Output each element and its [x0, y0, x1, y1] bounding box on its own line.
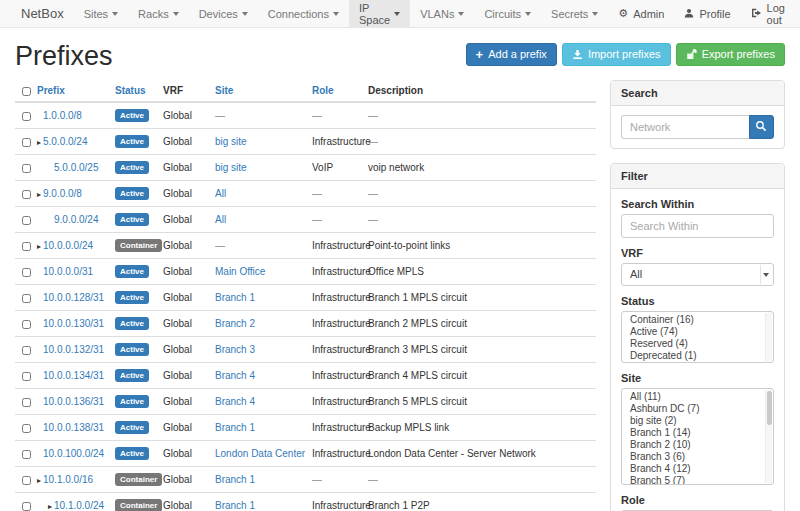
logout-link[interactable]: Log out — [741, 0, 795, 27]
prefix-link[interactable]: 10.0.0.130/31 — [43, 318, 104, 329]
empty-value: — — [368, 214, 378, 225]
prefix-link[interactable]: 10.1.0.0/24 — [54, 500, 104, 511]
select-option[interactable]: Branch 1 (14) — [622, 427, 773, 439]
netbox-brand[interactable]: NetBox — [15, 0, 74, 27]
nav-item-circuits[interactable]: Circuits — [474, 0, 541, 27]
select-divider — [760, 265, 761, 284]
row-checkbox[interactable] — [22, 424, 31, 433]
site-link[interactable]: Branch 4 — [215, 396, 255, 407]
site-link[interactable]: Main Office — [215, 266, 265, 277]
table-row: ▸5.0.0.0/24ActiveGlobalbig siteInfrastru… — [15, 129, 596, 155]
select-option[interactable]: Reserved (4) — [622, 338, 773, 350]
description-value: Backup MPLS link — [368, 422, 449, 433]
vrf-select[interactable]: All — [621, 263, 774, 286]
status-multiselect[interactable]: Container (16)Active (74)Reserved (4)Dep… — [621, 311, 774, 363]
nav-item-vlans[interactable]: VLANs — [410, 0, 474, 27]
description-value: Branch 1 P2P — [368, 500, 430, 511]
row-checkbox[interactable] — [22, 372, 31, 381]
admin-link[interactable]: ⚙ Admin — [608, 0, 674, 27]
select-option[interactable]: big site (2) — [622, 415, 773, 427]
prefix-link[interactable]: 9.0.0.0/8 — [43, 188, 82, 199]
nav-item-ip-space[interactable]: IP Space — [349, 0, 410, 27]
row-checkbox[interactable] — [22, 190, 31, 199]
row-checkbox[interactable] — [22, 398, 31, 407]
prefix-link[interactable]: 9.0.0.0/24 — [54, 214, 98, 225]
site-link[interactable]: All — [215, 214, 226, 225]
row-checkbox[interactable] — [22, 320, 31, 329]
row-checkbox[interactable] — [22, 450, 31, 459]
role-value: Infrastructure — [312, 500, 371, 511]
row-checkbox[interactable] — [22, 112, 31, 121]
status-badge: Active — [115, 213, 149, 226]
description-value: London Data Center - Server Network — [368, 448, 536, 459]
table-row: 10.0.0.138/31ActiveGlobalBranch 1Infrast… — [15, 415, 596, 441]
add-prefix-button[interactable]: + Add a prefix — [466, 43, 557, 66]
scrollbar-thumb[interactable] — [767, 391, 772, 425]
prefix-link[interactable]: 10.1.0.0/16 — [43, 474, 93, 485]
status-badge: Container — [115, 239, 162, 252]
row-checkbox[interactable] — [22, 164, 31, 173]
prefix-link[interactable]: 10.0.0.0/24 — [43, 240, 93, 251]
site-link[interactable]: Branch 1 — [215, 422, 255, 433]
select-option[interactable]: Deprecated (1) — [622, 350, 773, 362]
prefix-link[interactable]: 10.0.100.0/24 — [43, 448, 104, 459]
nav-item-racks[interactable]: Racks — [128, 0, 189, 27]
import-prefixes-button[interactable]: Import prefixes — [562, 43, 671, 66]
page-header: Prefixes + Add a prefix Import prefixes … — [0, 28, 800, 80]
site-link[interactable]: Branch 2 — [215, 318, 255, 329]
description-value: Branch 2 MPLS circuit — [368, 318, 467, 329]
select-option[interactable]: Active (74) — [622, 326, 773, 338]
row-checkbox[interactable] — [22, 502, 31, 511]
export-prefixes-button[interactable]: Export prefixes — [676, 43, 785, 66]
select-option[interactable]: Branch 5 (7) — [622, 475, 773, 485]
site-multiselect[interactable]: All (11)Ashburn DC (7)big site (2)Branch… — [621, 388, 774, 485]
search-input[interactable] — [621, 115, 749, 139]
row-checkbox[interactable] — [22, 476, 31, 485]
user-icon — [684, 8, 694, 20]
column-header-status[interactable]: Status — [107, 80, 155, 102]
row-checkbox[interactable] — [22, 242, 31, 251]
search-within-input[interactable] — [621, 214, 774, 238]
row-checkbox[interactable] — [22, 268, 31, 277]
search-button[interactable] — [749, 115, 774, 139]
select-option[interactable]: All (11) — [622, 391, 773, 403]
export-prefixes-label: Export prefixes — [702, 48, 775, 61]
site-link[interactable]: Branch 1 — [215, 474, 255, 485]
select-option[interactable]: Branch 4 (12) — [622, 463, 773, 475]
select-option[interactable]: Branch 2 (10) — [622, 439, 773, 451]
prefix-link[interactable]: 10.0.0.132/31 — [43, 344, 104, 355]
prefix-link[interactable]: 10.0.0.136/31 — [43, 396, 104, 407]
site-link[interactable]: big site — [215, 162, 247, 173]
column-header-site[interactable]: Site — [207, 80, 304, 102]
row-checkbox[interactable] — [22, 346, 31, 355]
profile-link[interactable]: Profile — [674, 0, 740, 27]
nav-item-devices[interactable]: Devices — [189, 0, 258, 27]
nav-item-sites[interactable]: Sites — [74, 0, 128, 27]
site-link[interactable]: London Data Center — [215, 448, 305, 459]
prefix-link[interactable]: 5.0.0.0/25 — [54, 162, 98, 173]
row-checkbox[interactable] — [22, 138, 31, 147]
row-checkbox[interactable] — [22, 216, 31, 225]
site-link[interactable]: All — [215, 188, 226, 199]
prefix-link[interactable]: 10.0.0.0/31 — [43, 266, 93, 277]
site-link[interactable]: Branch 3 — [215, 344, 255, 355]
nav-item-connections[interactable]: Connections — [258, 0, 349, 27]
select-option[interactable]: Ashburn DC (7) — [622, 403, 773, 415]
site-link[interactable]: big site — [215, 136, 247, 147]
column-header-prefix[interactable]: Prefix — [35, 80, 107, 102]
site-link[interactable]: Branch 1 — [215, 500, 255, 511]
column-header-role[interactable]: Role — [304, 80, 360, 102]
prefix-link[interactable]: 10.0.0.138/31 — [43, 422, 104, 433]
site-link[interactable]: Branch 1 — [215, 292, 255, 303]
nav-item-secrets[interactable]: Secrets — [541, 0, 608, 27]
gear-icon: ⚙ — [618, 8, 628, 19]
prefix-link[interactable]: 5.0.0.0/24 — [43, 136, 87, 147]
prefix-link[interactable]: 1.0.0.0/8 — [43, 110, 82, 121]
row-checkbox[interactable] — [22, 294, 31, 303]
prefix-link[interactable]: 10.0.0.134/31 — [43, 370, 104, 381]
select-option[interactable]: Container (16) — [622, 314, 773, 326]
select-option[interactable]: Branch 3 (6) — [622, 451, 773, 463]
prefix-link[interactable]: 10.0.0.128/31 — [43, 292, 104, 303]
site-link[interactable]: Branch 4 — [215, 370, 255, 381]
select-all-checkbox[interactable] — [22, 87, 31, 96]
